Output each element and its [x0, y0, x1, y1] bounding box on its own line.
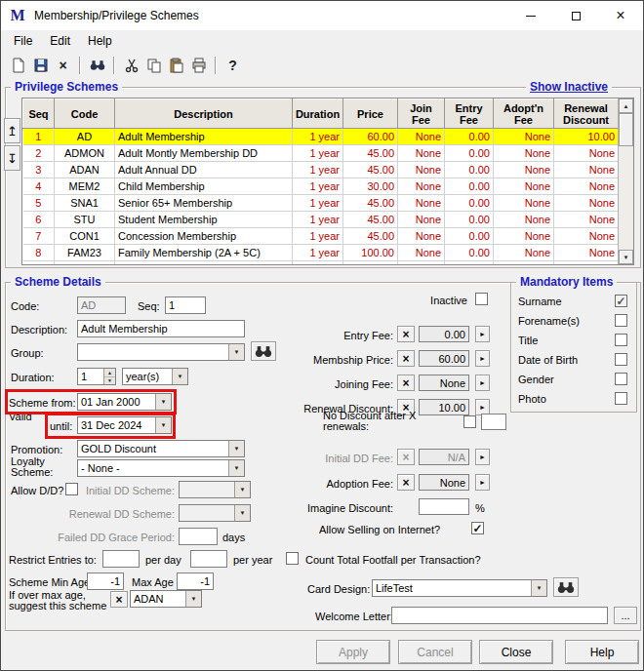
initial-dd-fee-expand-button[interactable]: ►: [475, 449, 490, 465]
mandatory-item-checkbox[interactable]: [615, 392, 627, 405]
mandatory-item-checkbox[interactable]: [615, 353, 627, 366]
cell[interactable]: Adult Montly Membership DD: [115, 145, 293, 162]
cell[interactable]: None: [554, 195, 619, 212]
scrollbar-down-button[interactable]: ▼: [619, 250, 633, 264]
cell[interactable]: Family Membership DD: [115, 261, 293, 265]
column-header[interactable]: Description: [115, 99, 293, 129]
cell[interactable]: 3: [23, 162, 55, 178]
cell[interactable]: None: [494, 228, 554, 245]
restrict-per-year-input[interactable]: [190, 550, 227, 568]
cell[interactable]: 1 year: [293, 228, 343, 245]
mandatory-item-checkbox[interactable]: [615, 314, 627, 327]
cell[interactable]: 30.00: [343, 178, 398, 195]
cell[interactable]: MEM2: [55, 178, 115, 195]
column-header[interactable]: Renewal Discount: [554, 99, 619, 129]
chevron-down-icon[interactable]: ▼: [228, 344, 244, 360]
failed-dd-input[interactable]: [179, 528, 218, 545]
chevron-down-icon[interactable]: ▼: [234, 482, 250, 497]
membship-price-clear-button[interactable]: ×: [397, 350, 415, 367]
copy-button[interactable]: [142, 55, 165, 76]
cell[interactable]: ADMON: [55, 145, 115, 162]
cell[interactable]: 45.00: [343, 212, 398, 228]
chevron-down-icon[interactable]: ▼: [185, 591, 201, 607]
cell[interactable]: None: [494, 178, 554, 195]
chevron-down-icon[interactable]: ▼: [155, 417, 171, 433]
cell[interactable]: Adult Annual DD: [115, 162, 293, 178]
count-footfall-checkbox[interactable]: [286, 552, 299, 565]
entry-fee-clear-button[interactable]: ×: [397, 326, 415, 342]
inactive-checkbox[interactable]: [475, 293, 488, 305]
cell[interactable]: 1 year: [293, 195, 343, 212]
cell[interactable]: None: [554, 228, 619, 245]
show-inactive-link[interactable]: Show Inactive: [526, 80, 612, 94]
new-button[interactable]: [7, 55, 29, 76]
cell[interactable]: None: [494, 145, 554, 162]
cell[interactable]: None: [494, 162, 554, 178]
cell[interactable]: 0.00: [445, 129, 494, 145]
mandatory-item-checkbox[interactable]: [615, 295, 627, 307]
cell[interactable]: 1 year: [293, 245, 343, 261]
apply-button[interactable]: Apply: [316, 640, 390, 664]
cell[interactable]: 6: [23, 212, 55, 228]
promotion-select[interactable]: GOLD Discount▼: [77, 440, 245, 457]
table-row[interactable]: 8FAM23Family Membership (2A + 5C)1 year1…: [23, 245, 619, 261]
card-design-browse-button[interactable]: [553, 577, 579, 597]
cell[interactable]: None: [554, 261, 619, 265]
cell[interactable]: None: [398, 178, 445, 195]
table-row[interactable]: 7CON1Concession Membership1 year45.00Non…: [23, 228, 619, 245]
joining-fee-clear-button[interactable]: ×: [397, 375, 415, 391]
chevron-down-icon[interactable]: ▼: [228, 460, 244, 476]
scrollbar-up-button[interactable]: ▲: [619, 99, 633, 113]
cell[interactable]: 2: [23, 145, 55, 162]
cancel-button[interactable]: Cancel: [398, 640, 472, 664]
scheme-from-select[interactable]: 01 Jan 2000▼: [77, 393, 172, 411]
mandatory-item-checkbox[interactable]: [615, 334, 627, 346]
grid-scrollbar[interactable]: ▲ ▼: [618, 99, 633, 264]
valid-until-select[interactable]: 31 Dec 2024▼: [77, 416, 172, 434]
minimize-button[interactable]: [508, 1, 553, 30]
cell[interactable]: 60.00: [343, 129, 398, 145]
cell[interactable]: 1 year: [293, 178, 343, 195]
cell[interactable]: 7: [23, 228, 55, 245]
code-input[interactable]: AD: [77, 296, 126, 314]
table-row[interactable]: 9FAM50Family Membership DD1 year100.00No…: [23, 261, 619, 265]
cell[interactable]: AD: [55, 129, 115, 145]
cell[interactable]: Concession Membership: [115, 228, 293, 245]
cell[interactable]: None: [554, 178, 619, 195]
save-button[interactable]: [29, 55, 52, 76]
grid-jump-bottom-button[interactable]: ↧: [4, 145, 20, 171]
initial-dd-scheme-select[interactable]: ▼: [179, 481, 251, 498]
chevron-down-icon[interactable]: ▼: [234, 505, 250, 521]
renewal-dd-scheme-select[interactable]: ▼: [179, 504, 251, 522]
cell[interactable]: FAM50: [55, 261, 115, 265]
column-header[interactable]: Price: [343, 99, 398, 129]
adoption-fee-clear-button[interactable]: ×: [397, 474, 415, 491]
entry-fee-expand-button[interactable]: ►: [475, 326, 490, 342]
cell[interactable]: 100.00: [343, 261, 398, 265]
membship-price-expand-button[interactable]: ►: [475, 350, 490, 367]
cell[interactable]: None: [554, 212, 619, 228]
table-row[interactable]: 4MEM2Child Membership1 year30.00None0.00…: [23, 178, 619, 195]
cell[interactable]: Adult Membership: [115, 129, 293, 145]
duration-unit-select[interactable]: year(s)▼: [122, 368, 188, 385]
cell[interactable]: SNA1: [55, 195, 115, 212]
cell[interactable]: 5: [23, 195, 55, 212]
chevron-down-icon[interactable]: ▼: [531, 580, 546, 596]
spin-up-icon[interactable]: ▲: [104, 369, 115, 377]
imagine-discount-input[interactable]: [419, 498, 469, 515]
cell[interactable]: None: [398, 261, 445, 265]
table-row[interactable]: 5SNA1Senior 65+ Membership1 year45.00Non…: [23, 195, 619, 212]
cell[interactable]: None: [494, 245, 554, 261]
column-header[interactable]: Duration: [293, 99, 343, 129]
menu-file[interactable]: File: [5, 31, 41, 51]
cell[interactable]: 1: [23, 129, 55, 145]
cell[interactable]: 0.00: [445, 228, 494, 245]
cell[interactable]: None: [398, 212, 445, 228]
column-header[interactable]: Entry Fee: [445, 99, 494, 129]
table-row[interactable]: 1ADAdult Membership1 year60.00None0.00No…: [23, 129, 619, 145]
cell[interactable]: None: [554, 245, 619, 261]
cell[interactable]: 0.00: [445, 162, 494, 178]
cell[interactable]: 1 year: [293, 261, 343, 265]
help-button[interactable]: ?: [221, 55, 244, 76]
group-browse-button[interactable]: [251, 341, 276, 361]
